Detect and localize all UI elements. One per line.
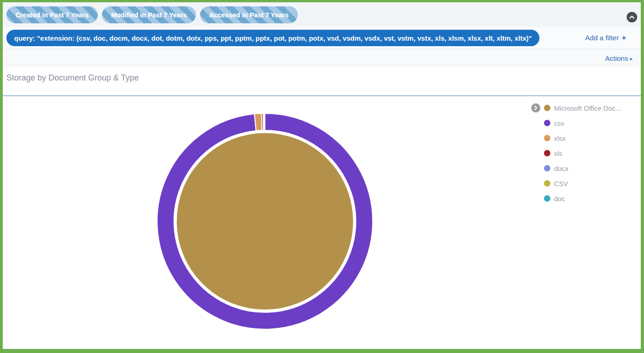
add-filter-button[interactable]: Add a filter + (585, 33, 626, 43)
legend-label: doc (554, 195, 565, 203)
legend-swatch (544, 135, 550, 141)
pie-slice-doc[interactable] (264, 113, 265, 130)
legend-label: docx (554, 165, 569, 172)
legend-label: Microsoft Office Doc... (554, 104, 621, 112)
legend-swatch (544, 165, 550, 171)
actions-label: Actions (605, 54, 628, 63)
legend-item-csv[interactable]: CSV (531, 179, 636, 188)
analytics-report-panel: Created in Past 7 Years Modified in Past… (0, 0, 644, 353)
plus-icon: + (622, 33, 626, 43)
report-title: Storage by Document Group & Type (6, 72, 641, 83)
legend-item-microsoft-office-doc[interactable]: Microsoft Office Doc... (531, 103, 636, 112)
chart-legend: Microsoft Office Doc...csvxlsxxlsdocxCSV… (531, 103, 636, 203)
pie-slice-xlsx[interactable] (254, 113, 262, 131)
query-filter-pill[interactable]: query: "extension: (csv, doc, docm, docx… (6, 30, 539, 46)
actions-bar: Actions ▸ (3, 49, 641, 67)
chart-area: Microsoft Office Doc...csvxlsxxlsdocxCSV… (3, 96, 641, 349)
legend-label: xlsx (554, 134, 566, 142)
filter-pill-modified[interactable]: Modified in Past 7 Years (102, 6, 196, 23)
report-header: Storage by Document Group & Type (3, 67, 641, 96)
add-filter-label: Add a filter (585, 34, 619, 42)
chevron-up-icon (628, 14, 635, 21)
legend-swatch (544, 150, 550, 156)
legend-swatch (544, 180, 550, 187)
legend-item-docx[interactable]: docx (531, 164, 636, 173)
legend-label: csv (554, 119, 565, 127)
legend-swatch (544, 195, 550, 202)
legend-expand-icon[interactable] (531, 103, 540, 112)
pie-center-microsoft-office-documents[interactable] (176, 132, 354, 310)
query-filter-bar: query: "extension: (csv, doc, docm, docx… (3, 27, 641, 49)
legend-item-xls[interactable]: xls (531, 149, 636, 158)
actions-menu-button[interactable]: Actions ▸ (605, 54, 633, 63)
legend-item-csv[interactable]: csv (531, 118, 636, 128)
storage-donut-chart[interactable] (151, 107, 379, 336)
legend-swatch (544, 120, 550, 126)
legend-item-xlsx[interactable]: xlsx (531, 134, 636, 143)
legend-label: CSV (554, 180, 568, 187)
legend-swatch (544, 105, 550, 111)
caret-right-icon: ▸ (630, 56, 633, 62)
legend-item-doc[interactable]: doc (531, 194, 636, 203)
chevron-right-icon (533, 105, 538, 111)
legend-label: xls (554, 150, 562, 157)
collapse-panel-button[interactable] (627, 12, 637, 22)
saved-filters-bar: Created in Past 7 Years Modified in Past… (3, 2, 641, 27)
filter-pill-accessed[interactable]: Accessed in Past 7 Years (200, 6, 298, 23)
filter-pill-created[interactable]: Created in Past 7 Years (6, 6, 98, 23)
